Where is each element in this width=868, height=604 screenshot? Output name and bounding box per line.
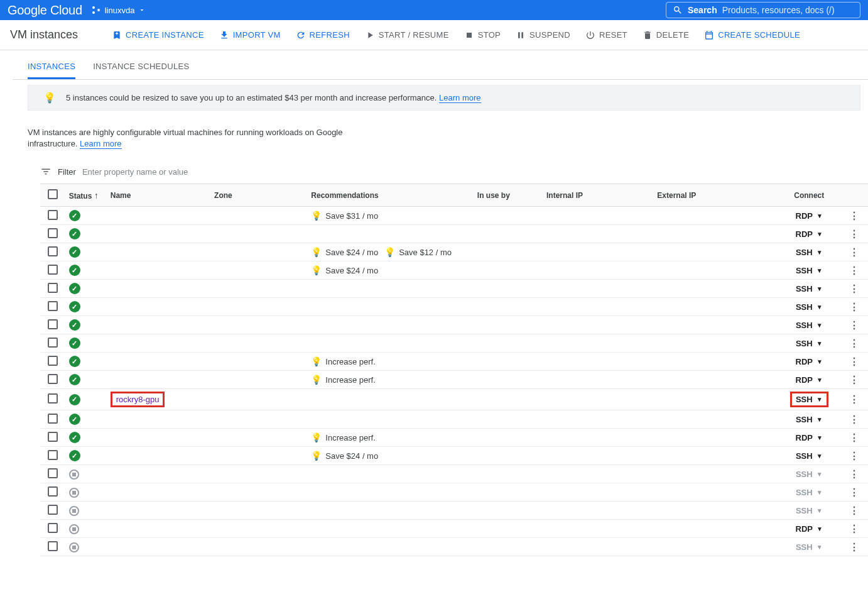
row-checkbox[interactable] <box>48 414 58 424</box>
row-checkbox[interactable] <box>48 468 58 478</box>
page-description: VM instances are highly configurable vir… <box>13 111 389 162</box>
more-actions-button[interactable]: ⋮ <box>849 394 859 405</box>
row-checkbox[interactable] <box>48 283 58 293</box>
recommendation[interactable]: 💡Save $31 / mo <box>311 211 378 221</box>
col-connect[interactable]: Connect <box>778 184 840 207</box>
connect-button[interactable]: SSH ▼ <box>796 506 823 515</box>
instance-name-link[interactable]: rockry8-gpu <box>116 395 160 404</box>
more-actions-button[interactable]: ⋮ <box>849 451 859 461</box>
more-actions-button[interactable]: ⋮ <box>849 375 859 385</box>
more-actions-button[interactable]: ⋮ <box>849 283 859 294</box>
tab-instances[interactable]: INSTANCES <box>28 62 75 79</box>
more-actions-button[interactable]: ⋮ <box>849 356 859 367</box>
more-actions-button[interactable]: ⋮ <box>849 487 859 498</box>
col-status[interactable]: Status <box>69 192 92 200</box>
create-instance-button[interactable]: CREATE INSTANCE <box>112 30 204 40</box>
suspend-button[interactable]: SUSPEND <box>516 30 570 40</box>
row-checkbox[interactable] <box>48 432 58 442</box>
more-actions-button[interactable]: ⋮ <box>849 338 859 349</box>
connect-button[interactable]: SSH ▼ <box>796 488 823 497</box>
row-checkbox[interactable] <box>48 338 58 348</box>
row-checkbox[interactable] <box>48 228 58 238</box>
connect-button[interactable]: SSH ▼ <box>796 284 823 294</box>
row-checkbox[interactable] <box>48 541 58 551</box>
more-actions-button[interactable]: ⋮ <box>849 229 859 239</box>
more-actions-button[interactable]: ⋮ <box>849 432 859 443</box>
more-actions-button[interactable]: ⋮ <box>849 542 859 552</box>
desc-learn-more[interactable]: Learn more <box>80 139 121 149</box>
tab-schedules[interactable]: INSTANCE SCHEDULES <box>93 62 189 79</box>
caret-down-icon: ▼ <box>816 285 823 292</box>
more-actions-button[interactable]: ⋮ <box>849 414 859 425</box>
search-box[interactable]: Search Products, resources, docs (/) <box>666 2 860 18</box>
recommendation[interactable]: 💡Save $24 / mo <box>311 247 378 257</box>
more-actions-button[interactable]: ⋮ <box>849 320 859 331</box>
start-button[interactable]: START / RESUME <box>365 30 449 40</box>
connect-button[interactable]: RDP ▼ <box>796 375 823 385</box>
row-checkbox[interactable] <box>48 210 58 220</box>
recommendation[interactable]: 💡Save $24 / mo <box>311 451 378 461</box>
more-actions-button[interactable]: ⋮ <box>849 247 859 258</box>
connect-button[interactable]: SSH ▼ <box>796 321 823 330</box>
import-vm-button[interactable]: IMPORT VM <box>219 30 281 40</box>
recommendation[interactable]: 💡Increase perf. <box>311 375 376 385</box>
connect-button[interactable]: RDP ▼ <box>796 211 823 221</box>
recommendation[interactable]: 💡Save $12 / mo <box>384 247 452 257</box>
row-checkbox[interactable] <box>48 486 58 497</box>
row-checkbox[interactable] <box>48 356 58 366</box>
row-checkbox[interactable] <box>48 301 58 311</box>
logo[interactable]: Google Cloud <box>8 3 82 18</box>
more-actions-button[interactable]: ⋮ <box>849 524 859 534</box>
select-all-checkbox[interactable] <box>48 189 58 199</box>
row-checkbox[interactable] <box>48 450 58 460</box>
col-zone[interactable]: Zone <box>210 184 307 207</box>
row-checkbox[interactable] <box>48 374 58 384</box>
project-selector[interactable]: linuxvda <box>91 5 146 15</box>
connect-button[interactable]: RDP ▼ <box>796 524 823 534</box>
recommendation[interactable]: 💡Increase perf. <box>311 356 376 366</box>
connect-button[interactable]: SSH ▼ <box>796 415 823 424</box>
connect-button[interactable]: RDP ▼ <box>796 229 823 239</box>
delete-button[interactable]: DELETE <box>643 30 689 40</box>
status-stopped-icon <box>69 524 79 534</box>
more-actions-button[interactable]: ⋮ <box>849 469 859 480</box>
connect-button[interactable]: SSH ▼ <box>796 451 823 461</box>
connect-button[interactable]: RDP ▼ <box>796 357 823 366</box>
connect-button[interactable]: SSH ▼ <box>796 248 823 257</box>
lightbulb-icon: 💡 <box>311 211 322 221</box>
table-row: RDP ▼⋮ <box>40 225 868 243</box>
reset-button[interactable]: RESET <box>585 30 627 40</box>
notice-learn-more[interactable]: Learn more <box>439 93 480 103</box>
col-external-ip[interactable]: External IP <box>653 184 778 207</box>
row-checkbox[interactable] <box>48 523 58 533</box>
row-checkbox[interactable] <box>48 265 58 275</box>
filter-bar[interactable]: Filter Enter property name or value <box>13 162 868 184</box>
recommendation[interactable]: 💡Save $24 / mo <box>311 265 378 275</box>
row-checkbox[interactable] <box>48 319 58 329</box>
row-checkbox[interactable] <box>48 393 58 404</box>
connect-button[interactable]: SSH ▼ <box>796 542 823 552</box>
connect-button[interactable]: SSH ▼ <box>796 469 823 479</box>
col-name[interactable]: Name <box>107 184 210 207</box>
connect-button[interactable]: SSH ▼ <box>796 395 823 404</box>
row-checkbox[interactable] <box>48 246 58 256</box>
recommendation[interactable]: 💡Increase perf. <box>311 432 376 442</box>
connect-button[interactable]: SSH ▼ <box>796 339 823 348</box>
more-actions-button[interactable]: ⋮ <box>849 302 859 312</box>
connect-button[interactable]: SSH ▼ <box>796 266 823 275</box>
connect-button[interactable]: RDP ▼ <box>796 433 823 442</box>
refresh-button[interactable]: REFRESH <box>296 30 350 40</box>
col-internal-ip[interactable]: Internal IP <box>543 184 653 207</box>
more-actions-button[interactable]: ⋮ <box>849 265 859 276</box>
more-actions-button[interactable]: ⋮ <box>849 211 859 221</box>
row-checkbox[interactable] <box>48 505 58 515</box>
status-running-icon <box>69 301 80 312</box>
project-name: linuxvda <box>105 6 135 15</box>
connect-button[interactable]: SSH ▼ <box>796 302 823 312</box>
more-actions-button[interactable]: ⋮ <box>849 505 859 516</box>
table-row: 💡Increase perf.RDP ▼⋮ <box>40 371 868 389</box>
col-inuse[interactable]: In use by <box>474 184 543 207</box>
stop-button[interactable]: STOP <box>464 30 501 40</box>
create-schedule-button[interactable]: CREATE SCHEDULE <box>704 30 800 40</box>
col-recommendations[interactable]: Recommendations <box>307 184 473 207</box>
